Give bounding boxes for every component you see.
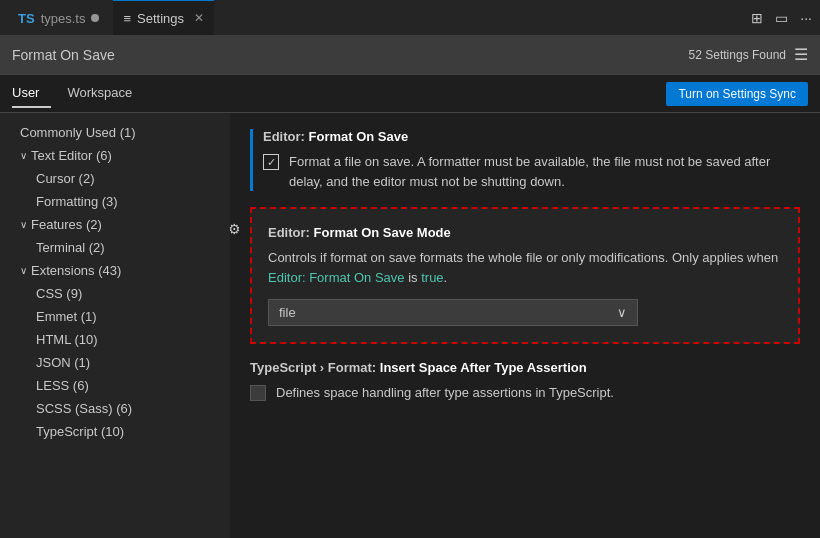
sidebar-item-label: Commonly Used (1) [20,125,136,140]
settings-tab[interactable]: ≡ Settings ✕ [113,0,214,35]
sidebar-item-label: TypeScript (10) [36,424,124,439]
mode-desc-link[interactable]: Editor: Format On Save [268,270,405,285]
layout-icon[interactable]: ▭ [775,10,788,26]
sidebar-item-label: Emmet (1) [36,309,97,324]
ts-checkbox[interactable] [250,385,266,401]
setting-mode-title-prefix: Editor: [268,225,314,240]
ts-filename: types.ts [41,11,86,26]
titlebar: TS types.ts ≡ Settings ✕ ⊞ ▭ ··· [0,0,820,35]
setting-ts-title-main: Insert Space After Type Assertion [380,360,587,375]
setting-ts-title-prefix: TypeScript › Format: [250,360,380,375]
sidebar-item-features[interactable]: ∨ Features (2) [0,213,230,236]
gear-icon: ⚙ [230,221,241,237]
sidebar: Commonly Used (1) ∨ Text Editor (6) Curs… [0,113,230,538]
settings-tab-label: Settings [137,11,184,26]
sidebar-item-extensions[interactable]: ∨ Extensions (43) [0,259,230,282]
setting-mode-desc: Controls if format on save formats the w… [268,248,782,287]
chevron-down-icon: ∨ [20,265,27,276]
main-content: Commonly Used (1) ∨ Text Editor (6) Curs… [0,113,820,538]
split-editor-icon[interactable]: ⊞ [751,10,763,26]
tab-user[interactable]: User [12,79,51,108]
filter-icon[interactable]: ☰ [794,45,808,64]
setting-title-prefix: Editor: [263,129,309,144]
mode-true-val: true [421,270,443,285]
sidebar-item-formatting[interactable]: Formatting (3) [0,190,230,213]
titlebar-icons: ⊞ ▭ ··· [751,10,812,26]
sidebar-item-scss[interactable]: SCSS (Sass) (6) [0,397,230,420]
mode-desc-before: Controls if format on save formats the w… [268,250,778,265]
format-on-save-checkbox[interactable] [263,154,279,170]
sidebar-item-label: Extensions (43) [31,263,121,278]
ts-desc: Defines space handling after type assert… [276,383,614,403]
tab-workspace[interactable]: Workspace [67,79,144,108]
mode-dropdown[interactable]: file ∨ [268,299,638,326]
settings-count: 52 Settings Found [689,48,786,62]
sidebar-item-typescript[interactable]: TypeScript (10) [0,420,230,443]
sidebar-item-emmet[interactable]: Emmet (1) [0,305,230,328]
sidebar-item-label: Terminal (2) [36,240,105,255]
setting-format-on-save-mode: Editor: Format On Save Mode Controls if … [250,207,800,344]
ts-lang-label: TS [18,11,35,26]
tab-unsaved-dot [91,14,99,22]
sidebar-item-label: SCSS (Sass) (6) [36,401,132,416]
mode-desc-end: . [444,270,448,285]
setting-mode-title: Editor: Format On Save Mode [268,225,782,240]
format-on-save-checkbox-row: Format a file on save. A formatter must … [263,152,800,191]
search-bar: Format On Save 52 Settings Found ☰ [0,35,820,75]
sidebar-item-label: HTML (10) [36,332,98,347]
setting-format-on-save-mode-wrapper: ⚙ Editor: Format On Save Mode Controls i… [250,207,800,344]
search-value: Format On Save [12,47,689,63]
sidebar-item-css[interactable]: CSS (9) [0,282,230,305]
chevron-down-icon: ∨ [20,150,27,161]
sidebar-item-less[interactable]: LESS (6) [0,374,230,397]
setting-ts-title: TypeScript › Format: Insert Space After … [250,360,800,375]
setting-title-main: Format On Save [309,129,409,144]
dropdown-value: file [279,305,296,320]
setting-format-on-save-title: Editor: Format On Save [263,129,800,144]
sidebar-item-json[interactable]: JSON (1) [0,351,230,374]
chevron-down-icon: ∨ [617,305,627,320]
sidebar-item-label: Text Editor (6) [31,148,112,163]
mode-dropdown-row: file ∨ [268,299,782,326]
setting-typescript-type-assertion: TypeScript › Format: Insert Space After … [250,360,800,403]
ts-tab[interactable]: TS types.ts [8,0,109,35]
mode-desc-after: is [405,270,422,285]
sidebar-item-label: CSS (9) [36,286,82,301]
sidebar-item-label: JSON (1) [36,355,90,370]
sidebar-item-label: Formatting (3) [36,194,118,209]
sidebar-item-label: LESS (6) [36,378,89,393]
sidebar-item-commonly-used[interactable]: Commonly Used (1) [0,121,230,144]
sidebar-item-cursor[interactable]: Cursor (2) [0,167,230,190]
sync-button[interactable]: Turn on Settings Sync [666,82,808,106]
settings-content: Editor: Format On Save Format a file on … [230,113,820,538]
settings-icon: ≡ [123,11,131,26]
chevron-down-icon: ∨ [20,219,27,230]
setting-format-on-save: Editor: Format On Save Format a file on … [250,129,800,191]
sidebar-item-label: Features (2) [31,217,102,232]
more-actions-icon[interactable]: ··· [800,10,812,26]
settings-tab-close[interactable]: ✕ [194,11,204,25]
format-on-save-desc: Format a file on save. A formatter must … [289,152,800,191]
settings-tabs-row: User Workspace Turn on Settings Sync [0,75,820,113]
sidebar-item-label: Cursor (2) [36,171,95,186]
sidebar-item-terminal[interactable]: Terminal (2) [0,236,230,259]
sidebar-item-html[interactable]: HTML (10) [0,328,230,351]
sidebar-item-text-editor[interactable]: ∨ Text Editor (6) [0,144,230,167]
ts-checkbox-row: Defines space handling after type assert… [250,383,800,403]
setting-mode-title-main: Format On Save Mode [314,225,451,240]
